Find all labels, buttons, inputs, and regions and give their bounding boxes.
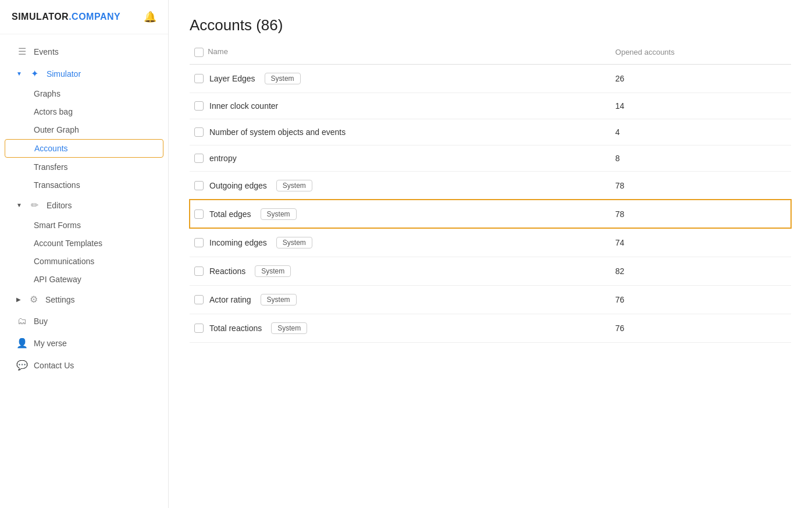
logo-bar: SIMULATOR.COMPANY 🔔 — [0, 0, 168, 34]
page-header: Accounts (86) — [169, 0, 812, 40]
contact-us-icon: 💬 — [16, 360, 28, 371]
table-row: entropy8 — [190, 145, 791, 171]
sidebar-item-buy[interactable]: 🗂 Buy — [5, 311, 163, 332]
chevron-right-icon: ▶ — [16, 296, 21, 303]
row-name-text: Total edges — [209, 209, 251, 219]
sidebar-item-label: Editors — [47, 201, 72, 210]
sidebar-item-simulator[interactable]: ▼ ✦ Simulator — [5, 63, 163, 84]
table-cell-name: Incoming edgesSystem — [190, 228, 611, 257]
brand-name: SIMULATOR.COMPANY — [12, 12, 120, 22]
sidebar-sub-item-transfers[interactable]: Transfers — [5, 158, 163, 176]
row-name-text: Inner clock counter — [209, 101, 278, 111]
sidebar-item-label: Settings — [45, 295, 75, 304]
table-row: Total reactionsSystem76 — [190, 314, 791, 342]
table-cell-name: Actor ratingSystem — [190, 285, 611, 314]
table-header-opened: Opened accounts — [611, 40, 791, 64]
row-checkbox[interactable] — [194, 101, 204, 111]
row-checkbox[interactable] — [194, 154, 204, 163]
table-header-name: Name — [190, 40, 611, 64]
row-name-text: Layer Edges — [209, 74, 255, 83]
system-badge: System — [276, 180, 312, 191]
accounts-table-container: Name Opened accounts Layer EdgesSystem26… — [169, 40, 812, 508]
table-row: Layer EdgesSystem26 — [190, 64, 791, 93]
system-badge: System — [271, 322, 307, 334]
row-checkbox[interactable] — [194, 295, 204, 304]
sidebar-sub-item-outer-graph[interactable]: Outer Graph — [5, 121, 163, 138]
table-cell-name: Layer EdgesSystem — [190, 64, 611, 93]
sidebar-sub-item-smart-forms[interactable]: Smart Forms — [5, 216, 163, 234]
row-checkbox[interactable] — [194, 209, 204, 219]
system-badge: System — [261, 294, 297, 305]
table-cell-opened: 82 — [611, 257, 791, 285]
sidebar: SIMULATOR.COMPANY 🔔 ☰ Events ▼ ✦ Simulat… — [0, 0, 169, 508]
table-cell-opened: 4 — [611, 119, 791, 145]
system-badge: System — [255, 265, 291, 277]
row-name-text: entropy — [209, 154, 237, 163]
row-name-text: Number of system objects and events — [209, 127, 346, 137]
sidebar-item-editors[interactable]: ▼ ✏ Editors — [5, 194, 163, 216]
chevron-down-icon: ▼ — [16, 70, 22, 77]
row-name-text: Reactions — [209, 267, 245, 276]
table-row: Outgoing edgesSystem78 — [190, 171, 791, 200]
sidebar-item-contact-us[interactable]: 💬 Contact Us — [5, 354, 163, 376]
sidebar-item-label: My verse — [34, 339, 67, 348]
main-content: Accounts (86) Name Opened accounts Layer… — [169, 0, 812, 508]
sidebar-item-settings[interactable]: ▶ ⚙ Settings — [5, 289, 163, 310]
row-checkbox[interactable] — [194, 267, 204, 276]
table-cell-opened: 26 — [611, 64, 791, 93]
sidebar-sub-item-accounts[interactable]: Accounts — [5, 139, 163, 158]
sidebar-sub-item-communications[interactable]: Communications — [5, 253, 163, 270]
row-checkbox[interactable] — [194, 127, 204, 137]
events-icon: ☰ — [16, 46, 28, 57]
sidebar-sub-item-account-templates[interactable]: Account Templates — [5, 235, 163, 252]
row-name-text: Actor rating — [209, 295, 251, 304]
row-checkbox[interactable] — [194, 238, 204, 247]
table-cell-name: Total reactionsSystem — [190, 314, 611, 342]
sidebar-sub-item-transactions[interactable]: Transactions — [5, 176, 163, 194]
sidebar-item-my-verse[interactable]: 👤 My verse — [5, 332, 163, 354]
row-checkbox[interactable] — [194, 324, 204, 333]
table-row: Incoming edgesSystem74 — [190, 228, 791, 257]
buy-icon: 🗂 — [16, 316, 28, 326]
table-cell-name: Total edgesSystem — [190, 200, 611, 228]
sidebar-sub-item-graphs[interactable]: Graphs — [5, 85, 163, 102]
select-all-checkbox[interactable] — [194, 48, 204, 57]
sidebar-item-label: Buy — [34, 317, 48, 326]
row-name-text: Outgoing edges — [209, 181, 267, 190]
sidebar-item-label: Simulator — [47, 69, 81, 79]
table-cell-opened: 78 — [611, 171, 791, 200]
table-cell-name: ReactionsSystem — [190, 257, 611, 285]
editors-icon: ✏ — [29, 200, 41, 211]
table-row: Actor ratingSystem76 — [190, 285, 791, 314]
notification-bell-icon[interactable]: 🔔 — [144, 10, 156, 23]
table-cell-name: entropy — [190, 145, 611, 171]
table-cell-opened: 8 — [611, 145, 791, 171]
row-checkbox[interactable] — [194, 74, 204, 83]
table-cell-opened: 78 — [611, 200, 791, 228]
table-cell-name: Outgoing edgesSystem — [190, 171, 611, 200]
table-row: ReactionsSystem82 — [190, 257, 791, 285]
sidebar-item-label: Contact Us — [34, 361, 74, 370]
sidebar-item-label: Events — [34, 47, 59, 56]
sidebar-nav: ☰ Events ▼ ✦ Simulator Graphs Actors bag… — [0, 34, 168, 508]
table-cell-opened: 74 — [611, 228, 791, 257]
sidebar-sub-item-actors-bag[interactable]: Actors bag — [5, 103, 163, 120]
sidebar-item-events[interactable]: ☰ Events — [5, 41, 163, 62]
row-name-text: Incoming edges — [209, 238, 267, 247]
table-cell-opened: 14 — [611, 93, 791, 119]
table-cell-name: Inner clock counter — [190, 93, 611, 119]
settings-icon: ⚙ — [28, 294, 40, 305]
row-checkbox[interactable] — [194, 181, 204, 190]
table-row: Number of system objects and events4 — [190, 119, 791, 145]
system-badge: System — [261, 208, 297, 220]
row-name-text: Total reactions — [209, 324, 262, 333]
simulator-icon: ✦ — [29, 68, 41, 79]
system-badge: System — [265, 73, 301, 84]
sidebar-sub-item-api-gateway[interactable]: API Gateway — [5, 271, 163, 288]
accounts-table: Name Opened accounts Layer EdgesSystem26… — [190, 40, 791, 343]
chevron-down-icon: ▼ — [16, 202, 22, 208]
table-row: Inner clock counter14 — [190, 93, 791, 119]
page-title: Accounts (86) — [190, 16, 791, 34]
table-cell-opened: 76 — [611, 285, 791, 314]
system-badge: System — [276, 237, 312, 248]
